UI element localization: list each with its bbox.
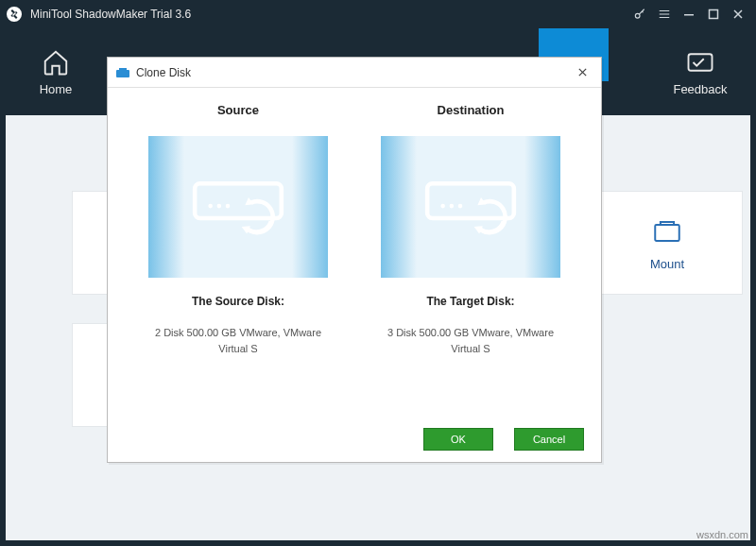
minimize-button[interactable] <box>677 2 701 26</box>
dialog-header: Clone Disk <box>108 58 601 88</box>
app-title: MiniTool ShadowMaker Trial 3.6 <box>30 8 627 21</box>
disk-sync-icon <box>419 164 523 249</box>
disk-sync-icon <box>186 164 290 249</box>
dialog-footer: OK Cancel <box>108 417 601 462</box>
svg-point-11 <box>208 204 213 209</box>
key-icon[interactable] <box>627 2 652 26</box>
ok-button[interactable]: OK <box>423 428 493 451</box>
target-disk-desc: 3 Disk 500.00 GB VMware, VMware Virtual … <box>376 325 565 356</box>
cancel-button[interactable]: Cancel <box>514 428 584 451</box>
source-disk-tile[interactable] <box>148 136 328 278</box>
svg-point-12 <box>217 204 222 209</box>
target-disk-label: The Target Disk: <box>426 295 514 308</box>
dialog-title: Clone Disk <box>136 66 571 79</box>
close-window-button[interactable] <box>726 2 750 26</box>
source-disk-desc: 2 Disk 500.00 GB VMware, VMware Virtual … <box>144 325 333 356</box>
dialog-icon <box>115 65 130 80</box>
cancel-button-label: Cancel <box>533 434 565 445</box>
destination-disk-tile[interactable] <box>381 136 560 278</box>
dialog-close-button[interactable] <box>571 61 593 84</box>
svg-point-17 <box>458 204 463 209</box>
destination-header: Destination <box>438 103 505 117</box>
card-mount[interactable]: Mount <box>592 191 743 295</box>
nav-home[interactable]: Home <box>13 48 98 96</box>
titlebar: MiniTool ShadowMaker Trial 3.6 <box>0 0 756 28</box>
svg-point-13 <box>226 204 231 209</box>
svg-rect-1 <box>684 14 694 16</box>
home-icon <box>42 48 70 77</box>
envelope-check-icon <box>686 48 714 77</box>
dialog-body: Source The Source Disk: 2 Disk 500.00 GB… <box>108 88 601 417</box>
ok-button-label: OK <box>451 434 466 445</box>
mount-icon <box>651 215 683 247</box>
nav-feedback[interactable]: Feedback <box>658 48 743 96</box>
source-column: Source The Source Disk: 2 Disk 500.00 GB… <box>127 97 350 417</box>
card-mount-label: Mount <box>650 257 684 271</box>
svg-point-16 <box>450 204 455 209</box>
menu-icon[interactable] <box>652 2 677 26</box>
nav-feedback-label: Feedback <box>658 82 743 96</box>
source-header: Source <box>217 103 259 117</box>
svg-point-0 <box>635 13 640 18</box>
svg-rect-2 <box>710 10 718 19</box>
app-logo-icon <box>6 6 23 23</box>
svg-rect-10 <box>195 183 282 218</box>
maximize-button[interactable] <box>701 2 726 26</box>
nav-home-label: Home <box>13 82 98 96</box>
svg-rect-14 <box>427 183 514 218</box>
destination-column: Destination The Target Disk: 3 Disk 500.… <box>359 97 582 417</box>
watermark: wsxdn.com <box>696 529 748 540</box>
svg-rect-9 <box>116 70 129 77</box>
clone-disk-dialog: Clone Disk Source The Sou <box>107 57 602 463</box>
svg-point-15 <box>440 204 445 209</box>
source-disk-label: The Source Disk: <box>192 295 284 308</box>
svg-rect-6 <box>655 224 679 240</box>
